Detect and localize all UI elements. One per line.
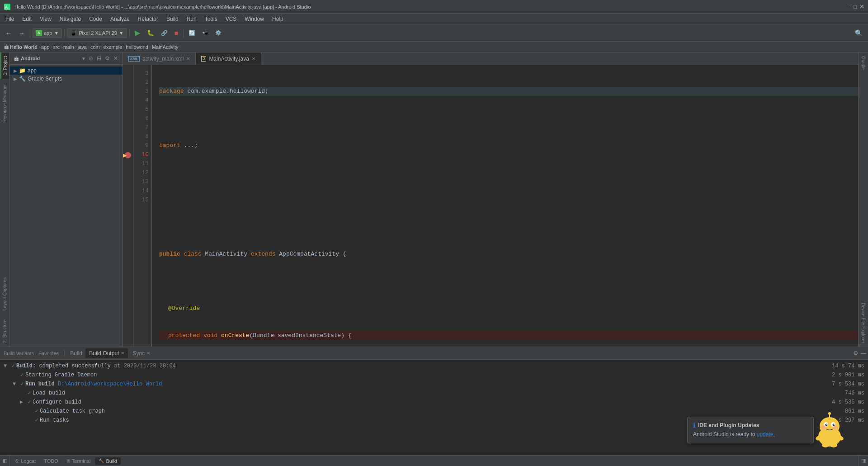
menu-vcs[interactable]: VCS bbox=[222, 15, 241, 23]
minimize-button[interactable]: − bbox=[847, 3, 851, 10]
device-dropdown[interactable]: 📱 Pixel 2 XL API 29 ▼ bbox=[67, 28, 127, 38]
run-button[interactable]: ▶ bbox=[132, 27, 143, 39]
notification-title: IDE and Plugin Updates bbox=[698, 422, 759, 428]
sync-project-button[interactable]: 🔄 bbox=[186, 28, 198, 38]
left-sidebar: 1: Project Resource Manager Layout Captu… bbox=[0, 52, 10, 347]
menu-analyze[interactable]: Analyze bbox=[107, 15, 133, 23]
bottom-tabs-bar: Build Variants Favorites Build: Build Ou… bbox=[0, 347, 868, 360]
sidebar-toggle-icon: ◧ bbox=[3, 458, 7, 464]
tree-item-gradle[interactable]: ▶ 🔧 Gradle Scripts bbox=[10, 75, 123, 83]
tab-activity-main-xml[interactable]: XML activity_main.xml ✕ bbox=[123, 52, 196, 65]
menu-window[interactable]: Window bbox=[241, 15, 268, 23]
breadcrumb-helloworld[interactable]: helloworld bbox=[126, 44, 148, 50]
device-file-explorer-tab[interactable]: Device File Explorer bbox=[859, 299, 867, 347]
gradle-tab[interactable]: Gradle bbox=[859, 52, 867, 73]
expand-icon-app: ▶ bbox=[14, 68, 17, 73]
forward-button[interactable]: → bbox=[16, 28, 28, 38]
menu-run[interactable]: Run bbox=[183, 15, 200, 23]
build-line-text-0: Build: completed successfully at 2020/11… bbox=[16, 362, 828, 370]
success-icon-1: ✓ bbox=[19, 371, 25, 379]
xml-file-icon: XML bbox=[128, 56, 140, 62]
sidebar-project-tab[interactable]: 1: Project bbox=[0, 52, 9, 79]
breadcrumb-src[interactable]: src bbox=[53, 44, 60, 50]
sync-tab-close[interactable]: ✕ bbox=[146, 351, 150, 356]
breadcrumb-java[interactable]: java bbox=[78, 44, 87, 50]
tab-mainactivity-java[interactable]: J MainActivity.java ✕ bbox=[196, 52, 261, 65]
bottom-minimize-button[interactable]: — bbox=[860, 350, 866, 357]
attach-debugger-button[interactable]: 🔗 bbox=[158, 28, 170, 38]
todo-tab[interactable]: TODO bbox=[40, 457, 62, 465]
menu-tools[interactable]: Tools bbox=[201, 15, 221, 23]
left-build-variants-tab[interactable]: Build Variants bbox=[2, 350, 36, 357]
tree-item-app[interactable]: ▶ 📁 app bbox=[10, 67, 123, 75]
build-line-text-3: Load build bbox=[33, 389, 841, 397]
sidebar-resource-manager-tab[interactable]: Resource Manager bbox=[1, 81, 9, 126]
breadcrumb-mainactivity[interactable]: MainActivity bbox=[152, 44, 179, 50]
code-content[interactable]: package com.example.helloworld; import .… bbox=[152, 65, 858, 347]
breadcrumb-hello-world[interactable]: Hello World bbox=[10, 44, 38, 50]
sidebar-layout-captures-tab[interactable]: Layout Captures bbox=[1, 274, 9, 314]
build-line-4: ▶ ✓ Configure build 4 s 535 ms bbox=[4, 398, 864, 407]
build-line-1: ▶ ✓ Starting Gradle Daemon 2 s 901 ms bbox=[4, 371, 864, 380]
tab-sync[interactable]: Sync ✕ bbox=[129, 348, 154, 358]
menu-view[interactable]: View bbox=[36, 15, 55, 23]
code-editor[interactable]: ▶ 123456 78910 1112131415 package com.ex… bbox=[123, 65, 858, 347]
menu-code[interactable]: Code bbox=[85, 15, 106, 23]
collapse-all-button[interactable]: ⊟ bbox=[96, 54, 102, 62]
avd-manager-button[interactable]: 📲 bbox=[199, 28, 211, 38]
menu-build[interactable]: Build bbox=[163, 15, 182, 23]
run-configuration-dropdown[interactable]: A app ▼ bbox=[33, 28, 62, 38]
expand-icon-3: ▶ bbox=[20, 389, 26, 397]
build-icon-bottom: 🔨 bbox=[99, 458, 104, 463]
left-sidebar-toggle[interactable]: ◧ bbox=[0, 456, 10, 466]
bottom-settings-button[interactable]: ⚙ bbox=[853, 350, 859, 357]
app-label: app bbox=[28, 67, 37, 74]
tab-java-label: MainActivity.java bbox=[209, 56, 249, 62]
debug-button[interactable]: 🐛 bbox=[144, 28, 157, 38]
tab-xml-label: activity_main.xml bbox=[142, 56, 184, 62]
expand-icon-4[interactable]: ▶ bbox=[20, 398, 26, 406]
locate-in-tree-button[interactable]: ⊙ bbox=[88, 54, 94, 62]
notification-popup: ℹ IDE and Plugin Updates Android Studio … bbox=[687, 417, 814, 443]
left-favorites-tab[interactable]: Favorites bbox=[37, 350, 61, 357]
terminal-tab[interactable]: ⊞ Terminal bbox=[63, 457, 94, 465]
chevron-icon: ▼ bbox=[81, 56, 86, 61]
menu-help[interactable]: Help bbox=[269, 15, 287, 23]
build-tab[interactable]: 🔨 Build bbox=[95, 457, 120, 465]
breadcrumb-main[interactable]: main bbox=[63, 44, 74, 50]
breadcrumb-com[interactable]: com bbox=[90, 44, 100, 50]
run-config-label: app bbox=[44, 30, 52, 36]
menu-navigate[interactable]: Navigate bbox=[56, 15, 85, 23]
logcat-tab[interactable]: 6: Logcat bbox=[12, 457, 39, 465]
search-everywhere-button[interactable]: 🔍 bbox=[852, 28, 865, 38]
logcat-tab-label: 6: Logcat bbox=[15, 458, 36, 464]
breadcrumb-app[interactable]: app bbox=[41, 44, 49, 50]
tab-java-close[interactable]: ✕ bbox=[252, 56, 255, 61]
right-sidebar-toggle[interactable]: ◨ bbox=[858, 456, 868, 466]
stop-button[interactable]: ■ bbox=[172, 28, 181, 38]
tab-xml-close[interactable]: ✕ bbox=[186, 56, 190, 61]
build-output-tab-close[interactable]: ✕ bbox=[121, 351, 124, 356]
build-time-0: 14 s 74 ms bbox=[828, 362, 864, 370]
settings-button[interactable]: ⚙ bbox=[104, 54, 111, 62]
menu-edit[interactable]: Edit bbox=[19, 15, 35, 23]
back-button[interactable]: ← bbox=[3, 28, 14, 38]
close-button[interactable]: ✕ bbox=[859, 3, 864, 10]
build-output-tab-label: Build Output bbox=[89, 350, 119, 357]
build-line-3: ▶ ✓ Load build 746 ms bbox=[4, 389, 864, 398]
notification-update-link[interactable]: update. bbox=[757, 431, 775, 437]
menu-file[interactable]: File bbox=[2, 15, 18, 23]
app-icon: A bbox=[4, 3, 11, 10]
breadcrumb-example[interactable]: example bbox=[104, 44, 123, 50]
tab-bar: XML activity_main.xml ✕ J MainActivity.j… bbox=[123, 52, 858, 65]
sdk-manager-button[interactable]: ⚙️ bbox=[212, 28, 224, 38]
menu-refactor[interactable]: Refactor bbox=[134, 15, 162, 23]
expand-icon-2[interactable]: ▼ bbox=[13, 380, 19, 388]
tab-build-output[interactable]: Build Output ✕ bbox=[85, 348, 128, 358]
build-line-2: ▼ ✓ Run build D:\Android\workspace\Hello… bbox=[4, 380, 864, 389]
sidebar-structure-tab[interactable]: 2: Structure bbox=[1, 316, 9, 347]
app-folder-icon: 📁 bbox=[19, 67, 26, 74]
maximize-button[interactable]: □ bbox=[854, 4, 857, 10]
expand-icon-0[interactable]: ▼ bbox=[4, 362, 10, 370]
close-panel-button[interactable]: ✕ bbox=[113, 54, 119, 62]
